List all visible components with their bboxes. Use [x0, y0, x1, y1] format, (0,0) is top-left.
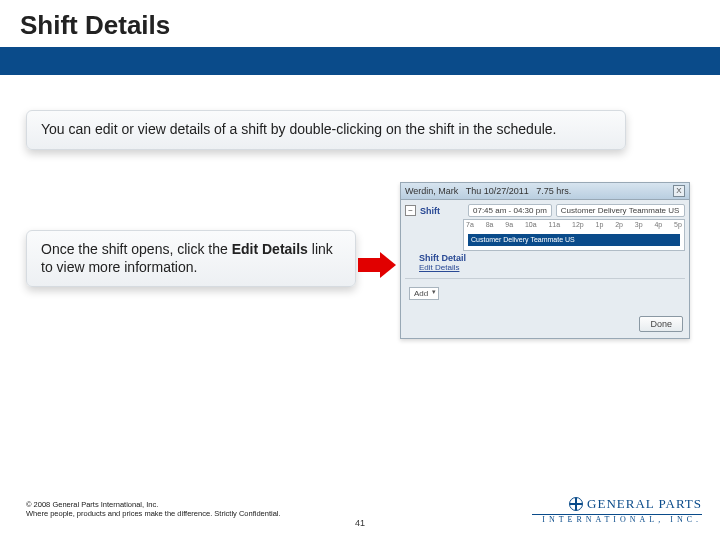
dialog-body: − Shift 07:45 am - 04:30 pm Customer Del…	[401, 200, 689, 306]
employee-name: Werdin, Mark	[405, 186, 458, 196]
tick: 4p	[654, 221, 662, 228]
dialog-footer: Done	[401, 306, 689, 338]
timeline-ticks: 7a 8a 9a 10a 11a 12p 1p 2p 3p 4p 5p	[464, 220, 684, 229]
tick: 9a	[505, 221, 513, 228]
tick: 3p	[635, 221, 643, 228]
time-range-chip[interactable]: 07:45 am - 04:30 pm	[468, 204, 552, 217]
tick: 11a	[548, 221, 560, 228]
red-arrow-icon	[358, 252, 396, 278]
dialog-titlebar: Werdin, Mark Thu 10/27/2011 7.75 hrs. X	[401, 183, 689, 200]
instruction-bold: Edit Details	[232, 241, 308, 257]
edit-details-link[interactable]: Edit Details	[419, 263, 685, 272]
timeline: 7a 8a 9a 10a 11a 12p 1p 2p 3p 4p 5p Cust…	[463, 219, 685, 251]
instruction-pre: Once the shift opens, click the	[41, 241, 232, 257]
shift-label: Shift	[420, 206, 464, 216]
copyright-line1: © 2008 General Parts International, Inc.	[26, 500, 281, 509]
shift-dialog: Werdin, Mark Thu 10/27/2011 7.75 hrs. X …	[400, 182, 690, 339]
tick: 5p	[674, 221, 682, 228]
expand-toggle[interactable]: −	[405, 205, 416, 216]
tick: 10a	[525, 221, 537, 228]
slide-title: Shift Details	[20, 6, 700, 47]
done-button[interactable]: Done	[639, 316, 683, 332]
tick: 2p	[615, 221, 623, 228]
separator	[405, 278, 685, 279]
copyright: © 2008 General Parts International, Inc.…	[26, 500, 281, 518]
copyright-line2: Where people, products and prices make t…	[26, 509, 281, 518]
title-bar-accent	[0, 47, 720, 75]
intro-callout: You can edit or view details of a shift …	[26, 110, 626, 150]
instruction-callout: Once the shift opens, click the Edit Det…	[26, 230, 356, 287]
add-row: Add	[405, 285, 685, 302]
company-logo: GENERAL PARTS INTERNATIONAL, INC.	[532, 496, 702, 524]
tick: 7a	[466, 221, 474, 228]
close-button[interactable]: X	[673, 185, 685, 197]
shift-detail-label: Shift Detail	[419, 253, 685, 263]
title-area: Shift Details	[0, 0, 720, 47]
logo-text-1: GENERAL PARTS	[587, 496, 702, 512]
shift-bar[interactable]: Customer Delivery Teammate US	[468, 234, 680, 246]
add-select[interactable]: Add	[409, 287, 439, 300]
tick: 12p	[572, 221, 584, 228]
slide: Shift Details You can edit or view detai…	[0, 0, 720, 540]
tick: 8a	[486, 221, 494, 228]
logo-text-2: INTERNATIONAL, INC.	[532, 515, 702, 524]
slide-number: 41	[355, 518, 365, 528]
role-chip[interactable]: Customer Delivery Teammate US	[556, 204, 685, 217]
shift-row: − Shift 07:45 am - 04:30 pm Customer Del…	[405, 204, 685, 217]
shift-hours: 7.75 hrs.	[536, 186, 571, 196]
globe-icon	[569, 497, 583, 511]
tick: 1p	[596, 221, 604, 228]
shift-date: Thu 10/27/2011	[466, 186, 529, 196]
dialog-header-text: Werdin, Mark Thu 10/27/2011 7.75 hrs.	[405, 186, 571, 196]
intro-text: You can edit or view details of a shift …	[41, 121, 556, 137]
